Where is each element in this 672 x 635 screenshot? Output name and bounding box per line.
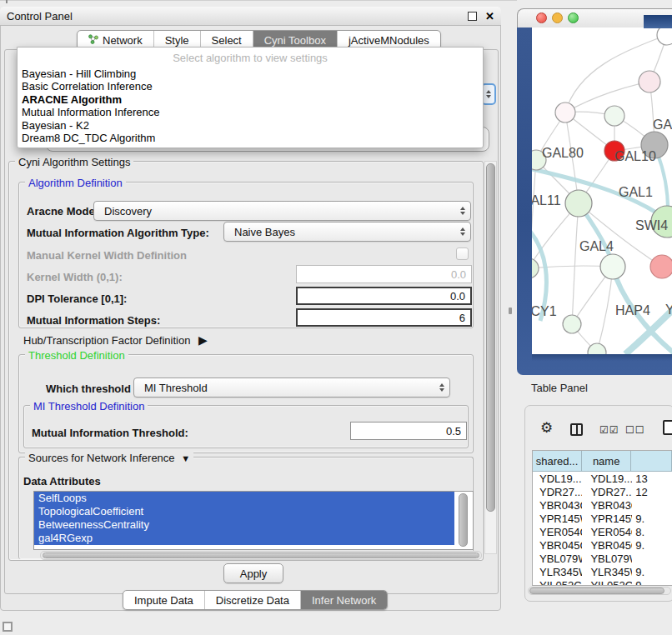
node-table[interactable]: shared...name YDL19...YDL19...13YDR27...… <box>532 450 672 586</box>
attributes-list-scrollbar[interactable] <box>459 493 468 547</box>
select-all-columns-icon[interactable]: ☑☑ <box>599 425 619 435</box>
minimize-traffic-light[interactable] <box>552 12 563 23</box>
network-node[interactable] <box>563 315 581 333</box>
table-row[interactable]: YIL052CYIL052C9. <box>533 578 672 586</box>
settings-horizontal-scrollbar-thumb[interactable] <box>43 552 479 558</box>
table-column-header[interactable] <box>631 451 672 472</box>
minimized-panel-icon[interactable] <box>3 622 13 632</box>
mi-algorithm-type-select[interactable]: Naive Bayes <box>223 222 471 242</box>
bottom-tab-discretize-data[interactable]: Discretize Data <box>204 591 300 609</box>
close-traffic-light[interactable] <box>536 12 547 23</box>
network-node[interactable] <box>639 71 660 92</box>
network-node-label: GAL1 <box>619 185 653 199</box>
aracne-mode-select[interactable]: Discovery <box>93 201 471 221</box>
table-cell: 9. <box>632 578 672 586</box>
kernel-width-field[interactable]: 0.0 <box>296 265 472 283</box>
bottom-tab-label: Impute Data <box>134 594 193 607</box>
manual-kernel-width-checkbox[interactable] <box>456 248 469 260</box>
window-frame-edge <box>644 15 672 28</box>
algorithm-option[interactable]: ARACNE Algorithm <box>18 93 483 106</box>
data-attributes-list[interactable]: SelfLoopsTopologicalCoefficientBetweenne… <box>33 491 474 550</box>
data-attribute-item[interactable]: gal4RGexp <box>34 532 454 545</box>
tab-label: Cyni Toolbox <box>264 34 326 47</box>
network-node[interactable] <box>532 258 539 278</box>
sources-title[interactable]: Sources for Network Inference ▼ <box>25 452 193 464</box>
table-cell: YLR345W <box>533 565 582 578</box>
which-threshold-select[interactable]: MI Threshold <box>133 378 450 398</box>
settings-vertical-scrollbar-thumb[interactable] <box>486 163 495 512</box>
control-panel-titlebar: Control Panel ✕ <box>0 7 501 26</box>
network-node[interactable] <box>565 190 592 217</box>
algorithm-option[interactable]: Dream8 DC_TDC Algorithm <box>18 132 483 144</box>
bottom-tab-infer-network[interactable]: Infer Network <box>300 591 387 609</box>
table-cell: 9. <box>632 538 672 552</box>
table-row[interactable]: YDL19...YDL19...13 <box>533 472 672 485</box>
table-row[interactable]: YLR345WYLR345W9. <box>533 565 672 578</box>
table-cell: YBR045C <box>533 538 582 552</box>
network-node[interactable] <box>657 28 672 45</box>
network-node-label: Y <box>665 302 672 317</box>
network-node-label: SWI4 <box>635 218 668 232</box>
bottom-tab-label: Discretize Data <box>216 594 289 607</box>
algorithm-option[interactable]: Bayesian - Hill Climbing <box>18 68 483 80</box>
mi-algorithm-type-value: Naive Bayes <box>234 226 295 238</box>
network-canvas[interactable]: GALGAL80GAL10GAL1GAL11GAL4SWI4GCY1HAP4YH… <box>532 28 672 354</box>
table-row[interactable]: YER054CYER054C8. <box>533 525 672 538</box>
network-node-label: GAL80 <box>542 146 584 160</box>
table-column-header[interactable]: name <box>582 451 631 472</box>
canvas-shadow <box>532 354 672 361</box>
table-cell: YER054C <box>533 525 582 538</box>
spinner-arrows-icon <box>460 228 465 236</box>
network-node-label: GCY1 <box>532 304 557 318</box>
table-row[interactable]: YPR145WYPR145W9. <box>533 512 672 525</box>
top-divider <box>0 0 517 1</box>
data-attribute-item[interactable]: SelfLoops <box>34 492 454 505</box>
dpi-tolerance-field[interactable]: 0.0 <box>296 287 472 305</box>
bottom-tabs: Impute DataDiscretize DataInfer Network <box>123 590 388 610</box>
manual-kernel-width-label: Manual Kernel Width Definition <box>27 249 187 262</box>
mi-threshold-label: Mutual Information Threshold: <box>32 427 188 439</box>
algorithm-option[interactable]: Bayesian - K2 <box>18 119 483 132</box>
panel-divider-grip[interactable] <box>509 308 512 314</box>
network-node[interactable] <box>600 254 625 279</box>
close-icon[interactable]: ✕ <box>485 10 494 22</box>
table-cell: YER054C <box>582 525 632 538</box>
network-node[interactable] <box>650 255 672 278</box>
mi-steps-field[interactable]: 6 <box>296 308 472 327</box>
float-panel-icon[interactable] <box>468 12 477 21</box>
mi-algorithm-type-label: Mutual Information Algorithm Type: <box>27 227 209 239</box>
control-panel-title: Control Panel <box>7 10 73 22</box>
zoom-traffic-light[interactable] <box>568 12 579 23</box>
mi-threshold-field[interactable]: 0.5 <box>350 422 467 440</box>
mi-threshold-group-title: MI Threshold Definition <box>30 400 148 412</box>
data-attribute-item[interactable]: TopologicalCoefficient <box>34 505 454 518</box>
table-column-header[interactable]: shared... <box>533 451 582 472</box>
table-cell <box>632 552 672 565</box>
network-node[interactable] <box>604 106 624 126</box>
algorithm-option[interactable]: Mutual Information Inference <box>18 106 483 118</box>
table-cell: YPR145W <box>533 512 582 525</box>
hub-definition-toggle[interactable]: Hub/Transcription Factor Definition ▶ <box>23 333 208 347</box>
table-row[interactable]: YBR045CYBR045C9. <box>533 538 672 552</box>
deselect-all-columns-icon[interactable]: ☐☐ <box>625 425 645 435</box>
collapsed-arrow-icon: ▶ <box>198 333 208 347</box>
bottom-tab-impute-data[interactable]: Impute Data <box>123 591 204 609</box>
table-row[interactable]: YBR043CYBR043C <box>533 498 672 512</box>
kernel-width-label: Kernel Width (0,1): <box>27 271 123 283</box>
network-node[interactable] <box>588 343 606 354</box>
table-cell: YBL079W <box>582 552 632 565</box>
table-cell: YDR27... <box>582 485 632 498</box>
network-node[interactable] <box>555 102 575 122</box>
table-settings-gear-icon[interactable]: ⚙ <box>540 421 553 435</box>
table-horizontal-scrollbar-thumb[interactable] <box>529 588 664 594</box>
network-node-label: HAP4 <box>615 303 650 318</box>
table-body: YDL19...YDL19...13YDR27...YDR27...12YBR0… <box>533 472 672 586</box>
data-attribute-item[interactable]: BetweennessCentrality <box>34 518 454 532</box>
table-row[interactable]: YDR27...YDR27...12 <box>533 485 672 498</box>
document-icon[interactable] <box>663 420 672 435</box>
apply-button[interactable]: Apply <box>223 563 283 583</box>
table-row[interactable]: YBL079WYBL079W <box>533 552 672 565</box>
algorithm-option[interactable]: Basic Correlation Inference <box>18 80 483 92</box>
table-cell: YDR27... <box>533 485 582 498</box>
split-columns-icon[interactable] <box>570 423 583 436</box>
